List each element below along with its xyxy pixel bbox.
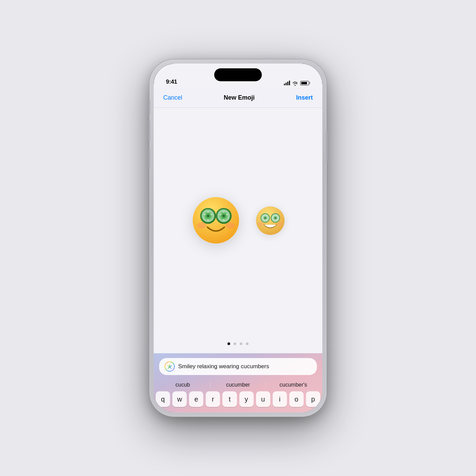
power-button[interactable]	[326, 131, 328, 162]
content-area: Cancel New Emoji Insert	[154, 88, 322, 412]
silent-switch[interactable]	[148, 100, 150, 114]
key-u[interactable]: u	[256, 391, 270, 407]
svg-point-41	[258, 222, 264, 226]
key-e[interactable]: e	[189, 391, 203, 407]
nav-title: New Emoji	[224, 94, 255, 101]
genmoji-icon	[165, 361, 175, 372]
key-r[interactable]: r	[206, 391, 220, 407]
secondary-emoji[interactable]	[253, 203, 287, 242]
wifi-icon	[292, 81, 298, 85]
screen-content: 9:41	[154, 64, 322, 412]
autocomplete-word-3[interactable]: cucumber's	[266, 380, 321, 389]
svg-point-24	[223, 219, 225, 221]
key-i[interactable]: i	[273, 391, 287, 407]
keyboard-rows: q w e r t y u i o p	[154, 391, 322, 412]
svg-point-22	[226, 214, 228, 215]
svg-point-39	[275, 217, 276, 219]
svg-point-1	[193, 197, 239, 243]
autocomplete-word-1[interactable]: cucub	[155, 380, 210, 389]
key-row-1: q w e r t y u i o p	[156, 391, 320, 407]
phone-screen: 9:41	[154, 64, 322, 412]
input-text-field[interactable]: Smiley relaxing wearing cucumbers	[178, 363, 311, 370]
svg-point-20	[223, 215, 225, 217]
status-time: 9:41	[166, 79, 177, 85]
autocomplete-word-2[interactable]: cucumber	[210, 380, 266, 389]
phone-device: 9:41	[150, 60, 326, 417]
key-w[interactable]: w	[172, 391, 187, 407]
svg-point-21	[219, 214, 221, 215]
volume-up-button[interactable]	[148, 121, 150, 141]
nav-bar: Cancel New Emoji Insert	[154, 88, 322, 108]
emoji-area: Smiley relaxing wearing cucumbers cucub …	[154, 108, 322, 412]
keyboard-area: Smiley relaxing wearing cucumbers cucub …	[154, 353, 322, 412]
svg-point-8	[207, 215, 209, 217]
svg-point-11	[207, 211, 209, 213]
svg-point-12	[207, 219, 209, 221]
svg-point-10	[210, 214, 213, 215]
dot-4[interactable]	[246, 342, 249, 345]
key-y[interactable]: y	[239, 391, 254, 407]
dynamic-island	[214, 68, 262, 81]
svg-point-33	[265, 217, 266, 219]
svg-point-9	[204, 214, 206, 215]
svg-point-26	[197, 222, 206, 228]
volume-down-button[interactable]	[148, 148, 150, 168]
key-t[interactable]: t	[222, 391, 237, 407]
pagination-dots	[154, 337, 322, 353]
svg-point-23	[223, 211, 225, 213]
key-q[interactable]: q	[156, 391, 170, 407]
svg-point-27	[225, 222, 235, 228]
status-icons	[284, 81, 310, 85]
key-p[interactable]: p	[306, 391, 320, 407]
emoji-carousel[interactable]	[154, 108, 322, 337]
cancel-button[interactable]: Cancel	[163, 94, 182, 101]
svg-point-42	[277, 222, 283, 226]
signal-icon	[284, 81, 290, 85]
insert-button[interactable]: Insert	[296, 94, 313, 101]
svg-point-28	[256, 206, 285, 235]
dot-3[interactable]	[240, 342, 242, 345]
battery-icon	[300, 81, 310, 85]
emoji-input-bar[interactable]: Smiley relaxing wearing cucumbers	[159, 358, 317, 375]
main-emoji[interactable]	[189, 191, 243, 253]
dot-2[interactable]	[234, 342, 236, 345]
key-o[interactable]: o	[289, 391, 304, 407]
dot-1[interactable]	[227, 342, 230, 345]
autocomplete-bar: cucub cucumber cucumber's	[155, 378, 321, 391]
